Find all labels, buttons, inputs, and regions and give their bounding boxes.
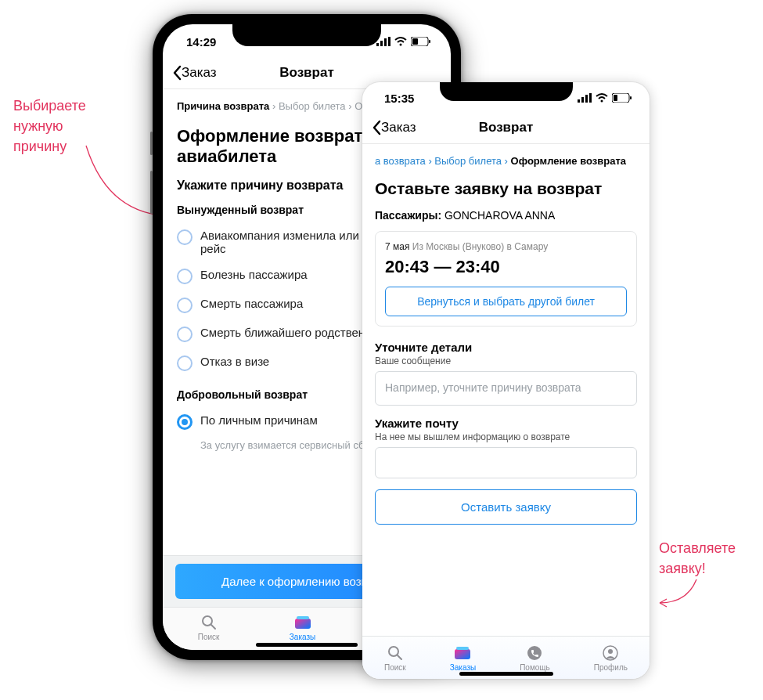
svg-point-21 bbox=[389, 647, 398, 656]
flight-time: 20:43 — 23:40 bbox=[385, 257, 627, 277]
radio-icon bbox=[177, 269, 193, 284]
orders-icon bbox=[293, 614, 312, 631]
radio-icon bbox=[177, 355, 193, 371]
wifi-icon bbox=[394, 35, 407, 49]
svg-line-22 bbox=[398, 655, 401, 659]
tab-help[interactable]: Помощь bbox=[520, 644, 550, 672]
tab-label: Поиск bbox=[384, 663, 406, 672]
tab-orders[interactable]: Заказы bbox=[290, 614, 315, 641]
svg-rect-16 bbox=[589, 93, 592, 103]
tab-profile[interactable]: Профиль bbox=[594, 644, 628, 672]
home-indicator[interactable] bbox=[256, 643, 358, 647]
orders-icon bbox=[453, 644, 472, 662]
svg-rect-20 bbox=[614, 95, 617, 101]
email-title: Укажите почту bbox=[375, 417, 637, 430]
breadcrumb: а возврата › Выбор билета › Оформление в… bbox=[375, 155, 637, 167]
email-input[interactable] bbox=[375, 447, 637, 478]
notch-icon bbox=[232, 24, 381, 46]
passenger-name: GONCHAROVA ANNA bbox=[444, 209, 555, 222]
wifi-icon bbox=[596, 92, 608, 105]
status-time: 14:29 bbox=[186, 35, 216, 49]
svg-rect-7 bbox=[412, 38, 418, 45]
annotation-leave-request: Оставляете заявку! bbox=[659, 538, 736, 579]
status-time: 15:35 bbox=[384, 92, 414, 105]
details-subtitle: Ваше сообщение bbox=[375, 355, 637, 366]
phone-frame-2: 15:35 Заказ Возврат а возврата › Выбор б… bbox=[362, 82, 650, 679]
notch-icon bbox=[440, 82, 573, 101]
tab-search[interactable]: Поиск bbox=[198, 614, 220, 641]
profile-icon bbox=[601, 644, 620, 662]
breadcrumb-step-2[interactable]: Выбор билета bbox=[279, 100, 346, 112]
main-content: а возврата › Выбор билета › Оформление в… bbox=[362, 144, 650, 525]
flight-date: 7 мая bbox=[385, 241, 409, 252]
svg-rect-2 bbox=[384, 38, 387, 46]
svg-rect-23 bbox=[455, 649, 470, 659]
radio-selected-icon bbox=[177, 414, 193, 430]
svg-rect-13 bbox=[578, 99, 580, 103]
svg-rect-0 bbox=[376, 43, 379, 46]
flight-route: 7 мая Из Москвы (Внуково) в Самару bbox=[385, 241, 627, 252]
battery-icon bbox=[411, 35, 431, 49]
tab-label: Поиск bbox=[198, 633, 220, 641]
battery-icon bbox=[612, 92, 632, 105]
radio-label: Смерть ближайшего родственника bbox=[200, 326, 390, 339]
nav-back-button[interactable]: Заказ bbox=[372, 120, 416, 135]
radio-label: По личным причинам bbox=[200, 413, 318, 427]
phone-icon bbox=[525, 644, 544, 662]
tab-label: Профиль bbox=[594, 663, 628, 672]
radio-icon bbox=[177, 229, 193, 245]
radio-icon bbox=[177, 327, 193, 342]
email-subtitle: На нее мы вышлем информацию о возврате bbox=[375, 431, 637, 442]
breadcrumb-step-3[interactable]: Оформление возврата bbox=[511, 155, 626, 167]
radio-label: Болезнь пассажира bbox=[200, 268, 308, 281]
page-title: Оставьте заявку на возврат bbox=[375, 179, 637, 198]
home-indicator[interactable] bbox=[459, 672, 553, 676]
annotation-choose-reason: Выбираете нужную причину bbox=[13, 96, 86, 157]
svg-point-4 bbox=[400, 43, 402, 45]
search-icon bbox=[386, 644, 405, 662]
svg-rect-11 bbox=[297, 616, 309, 619]
svg-rect-19 bbox=[630, 96, 632, 99]
radio-label: Смерть пассажира bbox=[200, 297, 303, 310]
message-input[interactable]: Например, уточните причину возврата bbox=[375, 371, 637, 406]
radio-label: Отказ в визе bbox=[200, 355, 269, 368]
tab-orders[interactable]: Заказы bbox=[450, 644, 476, 672]
breadcrumb-step-1[interactable]: Причина возврата bbox=[177, 100, 269, 112]
flight-card: 7 мая Из Москвы (Внуково) в Самару 20:43… bbox=[375, 231, 637, 327]
svg-rect-6 bbox=[429, 40, 430, 43]
svg-point-27 bbox=[608, 649, 613, 654]
svg-rect-10 bbox=[295, 619, 311, 629]
flight-route-text: Из Москвы (Внуково) в Самару bbox=[412, 241, 548, 252]
svg-rect-15 bbox=[585, 95, 588, 103]
tab-search[interactable]: Поиск bbox=[384, 644, 406, 672]
status-icons bbox=[578, 92, 632, 105]
svg-line-9 bbox=[211, 625, 215, 629]
svg-point-17 bbox=[601, 99, 603, 102]
tab-label: Заказы bbox=[450, 663, 476, 672]
status-icons bbox=[376, 35, 431, 49]
nav-back-label: Заказ bbox=[182, 65, 217, 81]
change-ticket-button[interactable]: Вернуться и выбрать другой билет bbox=[385, 287, 627, 316]
svg-rect-14 bbox=[581, 97, 584, 103]
radio-icon bbox=[177, 298, 193, 313]
svg-rect-24 bbox=[456, 647, 469, 650]
tab-label: Заказы bbox=[290, 633, 315, 641]
svg-rect-1 bbox=[380, 41, 383, 46]
arrow-right-icon bbox=[653, 576, 700, 615]
nav-back-button[interactable]: Заказ bbox=[172, 65, 217, 81]
nav-bar: Заказ Возврат bbox=[362, 114, 650, 144]
svg-rect-3 bbox=[388, 37, 390, 46]
tab-label: Помощь bbox=[520, 663, 550, 672]
svg-point-8 bbox=[203, 616, 212, 626]
passenger-line: Пассажиры: GONCHAROVA ANNA bbox=[375, 209, 637, 222]
signal-icon bbox=[578, 92, 592, 105]
submit-request-button[interactable]: Оставить заявку bbox=[375, 489, 637, 525]
details-title: Уточните детали bbox=[375, 341, 637, 354]
passenger-label: Пассажиры: bbox=[375, 209, 441, 222]
search-icon bbox=[200, 614, 218, 631]
svg-point-25 bbox=[527, 646, 542, 660]
breadcrumb-step-1[interactable]: а возврата bbox=[375, 155, 426, 167]
breadcrumb-step-2[interactable]: Выбор билета bbox=[434, 155, 502, 167]
nav-back-label: Заказ bbox=[381, 120, 416, 135]
